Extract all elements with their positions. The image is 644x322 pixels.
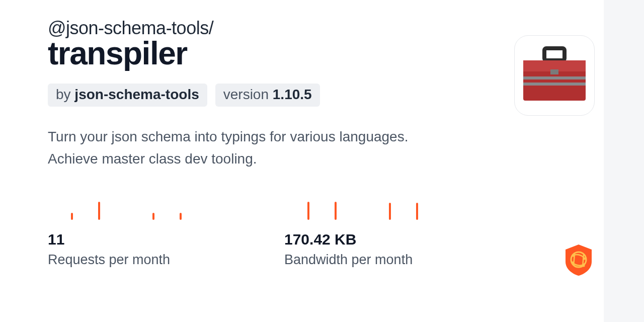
package-name: transpiler [48,37,501,70]
requests-label: Requests per month [48,252,239,268]
jsdelivr-badge-icon [564,244,594,277]
svg-rect-4 [523,76,586,79]
svg-point-10 [583,265,585,267]
package-card: @json-schema-tools/ transpiler by json-s… [48,18,501,268]
by-prefix: by [56,87,74,102]
stats-row: 11 Requests per month 170.42 KB Bandwidt… [48,195,501,268]
version-value: 1.10.5 [273,87,312,102]
bandwidth-value: 170.42 KB [284,231,475,248]
svg-rect-5 [523,83,586,86]
author-badge: by json-schema-tools [48,84,207,107]
svg-point-8 [584,258,586,260]
package-logo [514,35,595,116]
version-prefix: version [223,87,273,102]
svg-rect-3 [550,69,558,74]
bandwidth-stat: 170.42 KB Bandwidth per month [284,195,475,268]
toolbox-icon [519,45,590,106]
package-description: Turn your json schema into typings for v… [48,126,440,170]
bandwidth-label: Bandwidth per month [284,252,475,268]
bandwidth-sparkline [284,195,475,220]
right-gutter [604,0,644,322]
svg-point-7 [573,255,575,257]
svg-point-9 [572,262,574,264]
requests-value: 11 [48,231,239,248]
version-badge: version 1.10.5 [215,84,320,107]
author-name: json-schema-tools [74,87,199,102]
requests-stat: 11 Requests per month [48,195,239,268]
badge-row: by json-schema-tools version 1.10.5 [48,84,501,107]
svg-rect-0 [544,48,565,60]
requests-sparkline [48,195,239,220]
